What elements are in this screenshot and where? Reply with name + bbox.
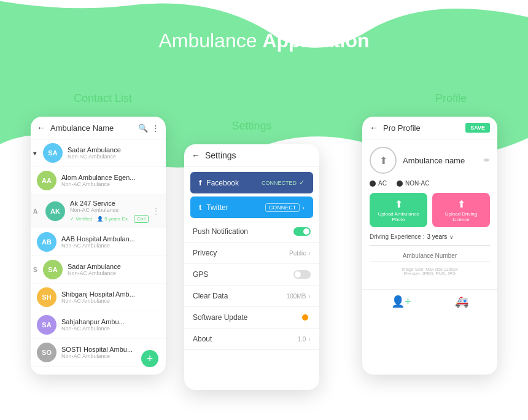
contact-sub: Non-AC Ambulance [70, 207, 152, 213]
profile-footer: 👤+ 🚑 [362, 289, 497, 313]
privacy-value: Public [289, 250, 306, 257]
upload-hint: Image Size: Max size 1280pxFile size: JP… [370, 267, 490, 276]
push-notification-toggle[interactable] [293, 227, 311, 236]
list-item[interactable]: SA Sahjahanpur Ambu... Non-AC Ambulance [31, 311, 166, 339]
list-item[interactable]: A AK Ak 247 Service Non-AC Ambulance ✓ V… [31, 195, 166, 228]
contact-info: Shibganj Hospital Amb... Non-AC Ambulanc… [61, 290, 160, 304]
person-add-icon[interactable]: 👤+ [391, 295, 411, 308]
software-update-item[interactable]: Software Update [184, 307, 319, 329]
list-item[interactable]: AB AAB Hospital Ambulan... Non-AC Ambula… [31, 228, 166, 256]
upload-photo-icon: ⬆ [395, 198, 403, 210]
avatar-row: ⬆ Ambulance name ✏ [370, 147, 490, 174]
upload-photo-box[interactable]: ⬆ Upload Ambulance Photo [370, 193, 427, 227]
avatar: SA [43, 143, 63, 163]
contact-info: Sadar Ambulance Non-AC Ambulance [68, 146, 160, 160]
software-update-label: Software Update [193, 313, 302, 322]
twitter-settings-item[interactable]: t Twitter CONNECT › [190, 196, 313, 219]
verified-bar: ✓ Verified 👤 5 years Ex. Call [70, 215, 152, 223]
list-item[interactable]: S SA Sadar Ambulance Non-AC Ambulance [31, 256, 166, 284]
section-letter: A [33, 208, 37, 215]
fab-add-button[interactable]: + [141, 350, 158, 367]
facebook-label: Facebook [206, 179, 262, 187]
avatar: SA [37, 315, 56, 335]
avatar: AB [37, 232, 56, 252]
person-upload-icon: ⬆ [379, 155, 387, 166]
upload-photo-label2: Photo [392, 217, 405, 222]
push-notification-label: Push Notification [193, 227, 293, 236]
about-item[interactable]: About 1.0 › [184, 329, 319, 350]
page-wrapper: Ambulance Application Contact List Setti… [0, 0, 528, 420]
main-title: Ambulance Application [158, 29, 369, 52]
privacy-label: Privecy [193, 249, 289, 257]
contact-info: Sahjahanpur Ambu... Non-AC Ambulance [61, 318, 160, 332]
driving-exp-dropdown[interactable]: 3 years [427, 233, 447, 240]
ambulance-icon[interactable]: 🚑 [455, 295, 468, 308]
radio-dot-ac [370, 181, 376, 187]
gps-toggle[interactable] [293, 270, 311, 279]
upload-licence-label: Upload Driving [445, 211, 477, 217]
contact-header-title: Ambulance Name [50, 123, 138, 133]
contact-list: ♥ SA Sadar Ambulance Non-AC Ambulance AA… [31, 139, 166, 367]
twitter-icon: t [199, 203, 201, 212]
upload-row: ⬆ Upload Ambulance Photo ⬆ Upload Drivin… [370, 193, 490, 227]
profile-back-button[interactable]: ← [370, 123, 378, 133]
contact-sub: Non-AC Ambulance [68, 270, 160, 276]
radio-row: AC NON-AC [370, 180, 490, 187]
upload-licence-icon: ⬆ [457, 198, 465, 210]
non-ac-radio[interactable]: NON-AC [397, 180, 429, 187]
edit-icon[interactable]: ✏ [484, 156, 490, 165]
contact-info: AAB Hospital Ambulan... Non-AC Ambulance [61, 235, 160, 249]
search-icon[interactable]: 🔍 [138, 123, 148, 133]
avatar: SO [37, 343, 56, 362]
contact-name: Sadar Ambulance [68, 263, 160, 270]
contact-sub: Non-AC Ambulance [61, 243, 160, 249]
save-button[interactable]: SAVE [465, 123, 490, 133]
privacy-item[interactable]: Privecy Public › [184, 243, 319, 264]
chevron-right-icon: › [308, 249, 311, 257]
list-item[interactable]: SH Shibganj Hospital Amb... Non-AC Ambul… [31, 284, 166, 311]
chevron-right-icon: › [308, 335, 311, 343]
ac-label: AC [378, 180, 387, 187]
settings-back-button[interactable]: ← [192, 150, 200, 160]
profile-body: ⬆ Ambulance name ✏ AC NON-AC ⬆ [362, 139, 497, 289]
verified-text: ✓ Verified [70, 216, 92, 222]
non-ac-label: NON-AC [405, 180, 429, 187]
exp-text: 👤 5 years Ex. [97, 216, 129, 222]
call-button[interactable]: Call [134, 215, 149, 223]
ambulance-number-input[interactable] [370, 250, 490, 262]
contact-name: Sadar Ambulance [68, 146, 160, 154]
connect-button[interactable]: CONNECT [265, 203, 300, 212]
list-item[interactable]: AA Alom Ambulance Egen... Non-AC Ambulan… [31, 167, 166, 195]
contact-back-button[interactable]: ← [37, 123, 45, 133]
list-item[interactable]: ♥ SA Sadar Ambulance Non-AC Ambulance [31, 139, 166, 167]
more-icon[interactable]: ⋮ [152, 207, 160, 216]
connected-badge: CONNECTED [262, 180, 297, 186]
upload-licence-box[interactable]: ⬆ Upload Driving Licence [432, 193, 490, 227]
facebook-settings-item[interactable]: f Facebook CONNECTED ✓ [190, 172, 313, 194]
avatar-circle: ⬆ [370, 147, 397, 174]
title-bold: Application [262, 29, 369, 52]
contact-list-label: Contact List [74, 92, 132, 105]
clear-data-item[interactable]: Clear Data 100MB › [184, 286, 319, 307]
facebook-icon: f [199, 178, 201, 187]
clear-data-label: Clear Data [193, 292, 287, 300]
profile-header: ← Pro Profile SAVE [362, 117, 497, 139]
settings-label: Settings [231, 120, 271, 133]
contact-name: Sahjahanpur Ambu... [61, 318, 160, 325]
settings-header-title: Settings [205, 150, 236, 160]
more-icon[interactable]: ⋮ [152, 123, 160, 133]
contact-info: Sadar Ambulance Non-AC Ambulance [68, 263, 160, 276]
gps-label: GPS [193, 270, 293, 279]
clear-data-value: 100MB [287, 293, 306, 300]
about-version: 1.0 [297, 336, 306, 343]
contact-sub: Non-AC Ambulance [61, 298, 160, 304]
profile-label: Profile [435, 92, 467, 105]
gps-item[interactable]: GPS [184, 264, 319, 286]
contact-name: Ak 247 Service [70, 200, 152, 207]
driving-exp-label: Driving Experience : [370, 233, 424, 240]
ac-radio[interactable]: AC [370, 180, 387, 187]
radio-dot-nonac [397, 181, 403, 187]
chevron-right-icon: › [308, 292, 311, 300]
settings-header: ← Settings [184, 144, 319, 167]
push-notification-item[interactable]: Push Notification [184, 221, 319, 243]
